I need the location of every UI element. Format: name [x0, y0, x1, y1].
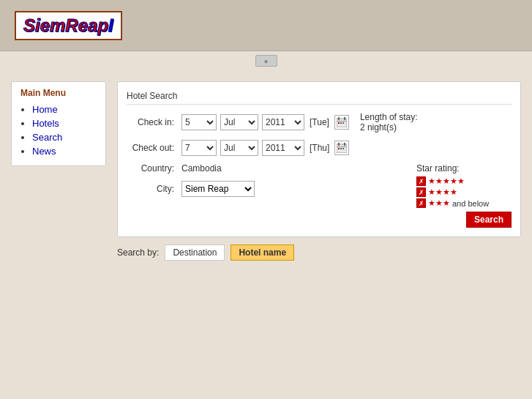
- svg-rect-11: [338, 148, 340, 149]
- sidebar-link-home[interactable]: Home: [32, 104, 58, 115]
- sidebar: Main Menu Home Hotels Search News: [11, 81, 106, 367]
- logo-blue: I: [108, 15, 113, 35]
- checkin-label: Check in:: [127, 117, 178, 127]
- country-row: Country: Cambodia: [127, 163, 255, 174]
- star-icons-3: ★★★: [428, 198, 450, 208]
- city-row: City: Siem Reap Phnom Penh Sihanoukville: [127, 181, 255, 197]
- sidebar-link-hotels[interactable]: Hotels: [32, 118, 59, 129]
- sidebar-item-hotels: Hotels: [32, 118, 97, 129]
- length-of-stay: Length of stay: 2 night(s): [360, 112, 418, 133]
- tab-hotel-name[interactable]: Hotel name: [231, 245, 294, 261]
- svg-rect-8: [338, 143, 340, 146]
- main-content: Main Menu Home Hotels Search News: [0, 70, 532, 378]
- country-label: Country:: [127, 163, 178, 174]
- checkin-day-label: [Tue]: [310, 117, 329, 127]
- star-checkbox-4[interactable]: ✗: [416, 187, 426, 197]
- star-below-label: and below: [452, 199, 489, 208]
- star-row-3: ✗ ★★★ and below: [416, 198, 512, 208]
- sidebar-item-home: Home: [32, 104, 97, 115]
- star-row-4: ✗ ★★★★: [416, 187, 512, 197]
- sidebar-item-news: News: [32, 146, 97, 157]
- svg-rect-3: [337, 121, 347, 122]
- sidebar-title: Main Menu: [20, 88, 97, 98]
- city-select[interactable]: Siem Reap Phnom Penh Sihanoukville: [181, 181, 255, 197]
- length-of-stay-value: 2 night(s): [360, 122, 397, 133]
- star-rating-section: Star rating: ✗ ★★★★★ ✗ ★★★★ ✗ ★★★ an: [416, 163, 512, 228]
- country-city-star-section: Country: Cambodia City: Siem Reap Phnom …: [127, 163, 512, 228]
- length-of-stay-label: Length of stay:: [360, 112, 418, 122]
- sidebar-item-search: Search: [32, 132, 97, 143]
- sidebar-box: Main Menu Home Hotels Search News: [11, 81, 106, 166]
- sidebar-menu: Home Hotels Search News: [20, 104, 97, 157]
- star-icons-5: ★★★★★: [428, 176, 465, 186]
- logo-red: SiemReap: [23, 15, 108, 35]
- checkin-day-select[interactable]: 5 123 467: [181, 114, 217, 130]
- scroll-icon[interactable]: ●: [255, 55, 277, 67]
- scroll-indicator: ●: [0, 51, 532, 70]
- svg-rect-10: [337, 146, 347, 147]
- star-checkbox-5[interactable]: ✗: [416, 176, 426, 186]
- sidebar-link-search[interactable]: Search: [32, 132, 62, 143]
- checkin-row: Check in: 5 123 467 Jul JanFebMar AprMay…: [127, 112, 512, 133]
- svg-rect-2: [344, 117, 345, 120]
- checkout-month-select[interactable]: Jul JanFeb: [220, 140, 258, 156]
- hotel-search-box: Hotel Search Check in: 5 123 467 Jul Jan…: [117, 81, 521, 237]
- checkout-calendar-icon[interactable]: [334, 141, 349, 155]
- star-checkbox-3[interactable]: ✗: [416, 198, 426, 208]
- svg-rect-1: [338, 117, 340, 120]
- checkout-day-select[interactable]: 7 123 456: [181, 140, 217, 156]
- checkout-row: Check out: 7 123 456 Jul JanFeb 2011 201…: [127, 140, 512, 156]
- checkin-year-select[interactable]: 2011 2012 2013: [262, 114, 304, 130]
- hotel-search-title: Hotel Search: [127, 91, 512, 105]
- checkin-calendar-icon[interactable]: [334, 115, 349, 130]
- star-row-5: ✗ ★★★★★: [416, 176, 512, 186]
- country-city-section: Country: Cambodia City: Siem Reap Phnom …: [127, 163, 255, 204]
- svg-rect-5: [340, 122, 342, 124]
- search-button[interactable]: Search: [466, 212, 512, 228]
- checkin-month-select[interactable]: Jul JanFebMar AprMayJun AugSepOct NovDec: [220, 114, 258, 130]
- country-value: Cambodia: [181, 163, 222, 174]
- search-by-row: Search by: Destination Hotel name: [117, 245, 521, 261]
- tab-destination[interactable]: Destination: [165, 245, 225, 261]
- bottom-area: [0, 378, 532, 399]
- checkout-day-label: [Thu]: [310, 143, 329, 153]
- city-label: City:: [127, 184, 178, 194]
- logo-text: SiemReapI: [23, 15, 113, 35]
- search-by-label: Search by:: [117, 247, 159, 258]
- top-bar: SiemReapI: [0, 0, 532, 51]
- svg-rect-12: [340, 148, 342, 149]
- checkout-year-select[interactable]: 2011 2012: [262, 140, 304, 156]
- page-wrapper: SiemReapI ● Main Menu Home Hotels Searc: [0, 0, 532, 399]
- star-rating-label: Star rating:: [416, 163, 512, 174]
- search-btn-wrap: Search: [416, 212, 512, 228]
- svg-rect-6: [342, 122, 344, 124]
- star-icons-4: ★★★★: [428, 187, 457, 197]
- svg-rect-9: [344, 143, 345, 146]
- main-area: Hotel Search Check in: 5 123 467 Jul Jan…: [117, 81, 521, 367]
- checkout-label: Check out:: [127, 143, 178, 153]
- site-logo: SiemReapI: [15, 11, 122, 40]
- sidebar-link-news[interactable]: News: [32, 146, 56, 157]
- svg-rect-4: [338, 122, 340, 124]
- svg-rect-13: [342, 148, 344, 149]
